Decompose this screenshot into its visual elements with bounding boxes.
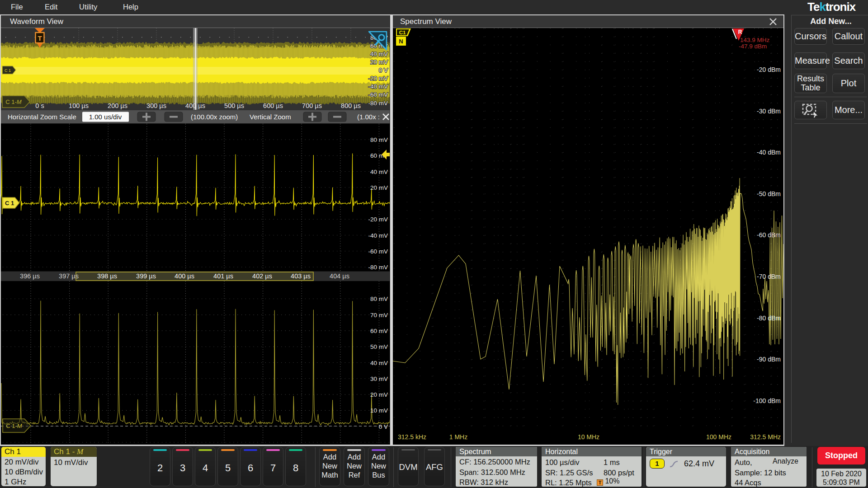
svg-text:C 1: C 1 [5, 200, 14, 206]
svg-text:-80 dBm: -80 dBm [757, 314, 781, 322]
svg-text:0 s: 0 s [35, 102, 44, 109]
svg-text:(100.00x zoom): (100.00x zoom) [191, 113, 238, 121]
svg-text:-90 dBm: -90 dBm [757, 356, 781, 363]
svg-text:-80 mV: -80 mV [368, 264, 388, 271]
svg-text:-47.9 dBm: -47.9 dBm [739, 43, 767, 50]
svg-text:0 V: 0 V [379, 423, 388, 430]
svg-text:Vertical Zoom: Vertical Zoom [250, 113, 291, 121]
svg-text:800 µs: 800 µs [341, 102, 361, 109]
svg-text:312.5 MHz: 312.5 MHz [750, 433, 781, 441]
svg-text:143.9 MHz: 143.9 MHz [740, 37, 770, 43]
svg-text:20 mV: 20 mV [370, 59, 388, 66]
svg-text:396 µs: 396 µs [20, 272, 40, 280]
svg-text:-60 mV: -60 mV [368, 91, 388, 98]
svg-text:T: T [38, 34, 42, 42]
svg-text:C 1-M: C 1-M [6, 422, 22, 429]
svg-text:-20 mV: -20 mV [368, 216, 388, 223]
svg-text:397 µs: 397 µs [59, 272, 79, 280]
svg-text:-40 mV: -40 mV [368, 83, 388, 90]
svg-text:C1: C1 [399, 30, 406, 35]
svg-text:80 mV: 80 mV [370, 136, 388, 143]
svg-text:312.5 kHz: 312.5 kHz [398, 433, 426, 441]
svg-text:C 1: C 1 [5, 68, 11, 73]
svg-text:500 µs: 500 µs [224, 102, 244, 109]
svg-text:402 µs: 402 µs [252, 272, 272, 280]
svg-text:403 µs: 403 µs [291, 272, 311, 280]
svg-text:401 µs: 401 µs [213, 272, 233, 280]
svg-text:Horizontal Zoom Scale: Horizontal Zoom Scale [8, 113, 76, 121]
svg-text:0 V: 0 V [379, 67, 388, 74]
svg-text:-70 dBm: -70 dBm [757, 273, 781, 280]
svg-text:80 mV: 80 mV [370, 296, 388, 302]
svg-text:398 µs: 398 µs [97, 272, 117, 280]
svg-text:-30 dBm: -30 dBm [757, 108, 781, 115]
svg-text:10 mV: 10 mV [370, 407, 388, 414]
svg-text:-100 dBm: -100 dBm [753, 397, 781, 404]
svg-text:60 mV: 60 mV [370, 328, 388, 334]
svg-text:1 MHz: 1 MHz [449, 433, 467, 441]
svg-text:(1.00x :: (1.00x : [357, 113, 380, 121]
svg-text:-40 dBm: -40 dBm [757, 149, 781, 156]
svg-text:-20 dBm: -20 dBm [757, 66, 781, 73]
svg-text:20 mV: 20 mV [370, 184, 388, 191]
svg-text:70 mV: 70 mV [370, 312, 388, 319]
svg-text:-40 mV: -40 mV [368, 232, 388, 239]
svg-text:30 mV: 30 mV [370, 375, 388, 382]
svg-text:40 mV: 40 mV [370, 169, 388, 175]
svg-text:600 µs: 600 µs [263, 102, 283, 109]
svg-text:R: R [738, 29, 742, 35]
svg-text:-50 dBm: -50 dBm [757, 190, 781, 197]
svg-text:10 MHz: 10 MHz [578, 433, 599, 441]
svg-text:700 µs: 700 µs [302, 102, 322, 109]
svg-text:100 µs: 100 µs [69, 102, 89, 109]
svg-text:C 1-M: C 1-M [5, 99, 22, 105]
svg-text:40 mV: 40 mV [370, 360, 388, 366]
svg-text:-20 mV: -20 mV [368, 75, 388, 82]
svg-text:40 mV: 40 mV [370, 51, 388, 57]
svg-text:100 MHz: 100 MHz [706, 433, 731, 441]
svg-text:50 mV: 50 mV [370, 343, 388, 350]
svg-text:-60 dBm: -60 dBm [757, 231, 781, 239]
svg-text:1.00 us/div: 1.00 us/div [89, 113, 122, 121]
svg-text:-80 mV: -80 mV [368, 100, 388, 107]
svg-text:404 µs: 404 µs [330, 272, 349, 280]
svg-text:-60 mV: -60 mV [368, 248, 388, 255]
svg-text:399 µs: 399 µs [136, 272, 156, 280]
svg-text:200 µs: 200 µs [108, 102, 127, 109]
svg-text:N: N [399, 38, 403, 45]
svg-text:20 mV: 20 mV [370, 391, 388, 398]
svg-text:300 µs: 300 µs [146, 102, 166, 109]
svg-text:400 µs: 400 µs [175, 272, 194, 280]
